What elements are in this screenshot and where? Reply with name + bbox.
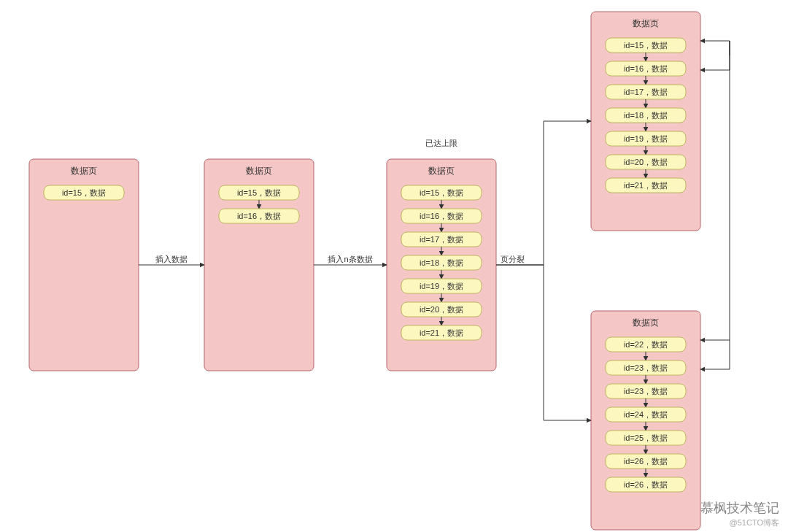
data-row-text: id=25，数据 — [624, 433, 668, 442]
data-row-text: id=22，数据 — [624, 340, 668, 349]
data-row-text: id=24，数据 — [624, 410, 668, 419]
label-split: 页分裂 — [501, 255, 525, 263]
data-row-text: id=18，数据 — [420, 258, 463, 267]
watermark-main: 慕枫技术笔记 — [700, 501, 779, 515]
data-row-text: id=17，数据 — [624, 88, 668, 96]
label-insert-2: 插入n条数据 — [328, 255, 372, 263]
data-row-text: id=17，数据 — [420, 235, 463, 244]
page-title: 数据页 — [633, 18, 659, 28]
data-row-text: id=19，数据 — [420, 282, 463, 290]
data-row-text: id=20，数据 — [420, 305, 463, 314]
data-row-text: id=15，数据 — [62, 188, 106, 197]
arrow-split-lower — [496, 265, 591, 420]
data-row-text: id=16，数据 — [237, 212, 281, 220]
page-title: 数据页 — [246, 166, 272, 176]
data-row-text: id=20，数据 — [624, 158, 668, 166]
label-insert-1: 插入数据 — [155, 255, 188, 263]
data-row-text: id=23，数据 — [624, 363, 668, 372]
watermark-sub: @51CTO博客 — [730, 518, 779, 527]
data-row-text: id=23，数据 — [624, 387, 668, 396]
data-row-text: id=21，数据 — [420, 328, 463, 337]
arrow-split-upper — [496, 121, 591, 265]
data-row-text: id=26，数据 — [624, 457, 668, 466]
data-row-text: id=18，数据 — [624, 111, 668, 120]
data-row-text: id=15，数据 — [237, 188, 281, 197]
limit-label: 已达上限 — [425, 139, 457, 147]
data-row-text: id=21，数据 — [624, 181, 668, 190]
page-title: 数据页 — [71, 166, 97, 176]
link-upper-in-2 — [700, 41, 730, 70]
diagram-canvas: 数据页id=15，数据数据页id=15，数据id=16，数据数据页id=15，数… — [0, 0, 788, 532]
data-row-text: id=16，数据 — [420, 212, 463, 220]
data-row-text: id=26，数据 — [624, 480, 668, 489]
link-upper-in-1 — [700, 41, 730, 55]
page-title: 数据页 — [633, 317, 659, 328]
page-title: 数据页 — [428, 166, 455, 176]
data-row-text: id=16，数据 — [624, 64, 668, 73]
data-row-text: id=19，数据 — [624, 134, 668, 143]
data-row-text: id=15，数据 — [420, 188, 463, 197]
data-row-text: id=15，数据 — [624, 41, 668, 50]
